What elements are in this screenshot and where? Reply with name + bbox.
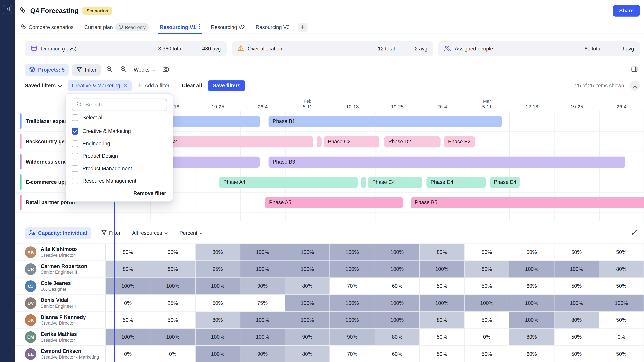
gantt-bar[interactable] xyxy=(361,177,366,188)
checkbox[interactable] xyxy=(72,153,78,160)
capacity-cell[interactable]: 80% xyxy=(196,312,240,329)
capacity-cell[interactable]: 0% xyxy=(106,295,150,311)
capacity-cell[interactable]: 50% xyxy=(150,244,196,260)
capacity-cell[interactable]: 50% xyxy=(464,244,509,260)
capacity-cell[interactable]: 80% xyxy=(420,312,464,329)
capacity-cell[interactable]: 100% xyxy=(285,261,330,278)
capacity-cell[interactable]: 50% xyxy=(106,312,150,329)
capacity-mode-button[interactable]: Capacity: Individual xyxy=(25,227,91,239)
capacity-cell[interactable]: 50% xyxy=(464,312,509,329)
capacity-cell[interactable]: 80% xyxy=(150,261,196,278)
capacity-cell[interactable]: 100% xyxy=(330,312,375,329)
capacity-cell[interactable]: 50% xyxy=(554,244,599,260)
capacity-cell[interactable]: 25% xyxy=(150,295,196,311)
capacity-cell[interactable]: 100% xyxy=(464,295,509,311)
capacity-filter-button[interactable]: Filter xyxy=(100,230,122,237)
clear-all-button[interactable]: Clear all xyxy=(182,83,202,89)
capacity-cell[interactable]: 100% xyxy=(330,261,375,278)
capacity-cell[interactable]: 50% xyxy=(599,244,644,260)
zoom-in-button[interactable] xyxy=(118,64,129,75)
capacity-cell[interactable]: 80% xyxy=(464,261,509,278)
share-button[interactable]: Share xyxy=(613,5,640,16)
capacity-cell[interactable]: 100% xyxy=(330,295,375,311)
capacity-cell[interactable]: 100% xyxy=(106,329,150,346)
capacity-cell[interactable]: 100% xyxy=(510,312,554,329)
capacity-cell[interactable]: 50% xyxy=(420,346,464,362)
capacity-cell[interactable]: 60% xyxy=(510,346,554,362)
capacity-cell[interactable]: 100% xyxy=(510,261,554,278)
side-panel-toggle-button[interactable] xyxy=(629,64,640,75)
capacity-cell[interactable]: 100% xyxy=(240,329,285,346)
filter-option[interactable]: Product Management xyxy=(72,162,167,175)
capacity-cell[interactable]: 100% xyxy=(375,295,420,311)
tab-compare-scenarios[interactable]: Compare scenarios xyxy=(15,21,79,34)
save-filters-button[interactable]: Save filters xyxy=(208,80,245,91)
filter-search[interactable] xyxy=(72,98,167,111)
capacity-cell[interactable]: 100% xyxy=(285,312,330,329)
capacity-cell[interactable]: 50% xyxy=(554,329,599,346)
checkbox[interactable] xyxy=(72,114,78,121)
capacity-cell[interactable]: 80% xyxy=(196,244,240,260)
capacity-cell[interactable]: 50% xyxy=(599,312,644,329)
capacity-cell[interactable]: 100% xyxy=(196,278,240,295)
capacity-cell[interactable]: 80% xyxy=(599,261,644,278)
unit-dropdown[interactable]: Percent xyxy=(178,230,205,236)
capacity-cell[interactable]: 100% xyxy=(375,261,420,278)
gantt-bar[interactable]: Phase B1 xyxy=(268,116,502,127)
capacity-cell[interactable]: 50% xyxy=(464,346,509,362)
time-scale-dropdown[interactable]: Weeks xyxy=(132,67,157,73)
capacity-cell[interactable]: 60% xyxy=(375,346,420,362)
checkbox[interactable] xyxy=(72,165,78,172)
gantt-bar[interactable]: Phase A4 xyxy=(219,177,358,188)
filter-option[interactable]: Resource Management xyxy=(72,175,167,187)
capacity-cell[interactable]: 75% xyxy=(240,295,285,311)
collapse-section-button[interactable] xyxy=(630,81,640,91)
capacity-cell[interactable]: 100% xyxy=(150,329,196,346)
gantt-bar[interactable]: Phase E2 xyxy=(444,136,475,147)
capacity-cell[interactable]: 90% xyxy=(240,278,285,295)
capacity-cell[interactable]: 50% xyxy=(196,295,240,311)
capacity-cell[interactable]: 50% xyxy=(554,278,599,295)
checkbox[interactable] xyxy=(72,178,78,184)
capacity-cell[interactable]: 50% xyxy=(420,329,464,346)
capacity-cell[interactable]: 100% xyxy=(599,295,644,311)
close-icon[interactable] xyxy=(124,83,128,89)
select-all-option[interactable]: Select all xyxy=(72,111,167,124)
capacity-cell[interactable]: 90% xyxy=(330,329,375,346)
capacity-cell[interactable]: 80% xyxy=(285,278,330,295)
kebab-menu-icon[interactable] xyxy=(198,24,200,31)
capacity-cell[interactable]: 0% xyxy=(106,346,150,362)
zoom-out-button[interactable] xyxy=(104,64,114,75)
add-scenario-button[interactable] xyxy=(298,23,308,32)
gantt-bar[interactable] xyxy=(316,136,321,147)
capacity-cell[interactable]: 100% xyxy=(330,244,375,260)
gantt-bar[interactable]: Phase D2 xyxy=(384,136,440,147)
capacity-cell[interactable]: 100% xyxy=(554,261,599,278)
gantt-bar[interactable]: Phase C2 xyxy=(324,136,379,147)
capacity-cell[interactable]: 80% xyxy=(510,329,554,346)
projects-filter-button[interactable]: Projects: 5 xyxy=(25,64,69,76)
capacity-cell[interactable]: 100% xyxy=(240,312,285,329)
filter-button[interactable]: Filter xyxy=(72,64,100,76)
capacity-cell[interactable]: 50% xyxy=(554,346,599,362)
collapse-sidebar-button[interactable] xyxy=(3,5,12,14)
capacity-cell[interactable]: 100% xyxy=(420,295,464,311)
gantt-bar[interactable]: Phase C4 xyxy=(368,177,422,188)
capacity-cell[interactable]: 100% xyxy=(375,312,420,329)
capacity-cell[interactable]: 0% xyxy=(150,346,196,362)
gantt-bar[interactable]: Phase D4 xyxy=(426,177,486,188)
capacity-cell[interactable]: 60% xyxy=(375,278,420,295)
capacity-cell[interactable]: 50% xyxy=(420,278,464,295)
filter-option[interactable]: Creative & Marketing xyxy=(72,125,167,137)
capacity-cell[interactable]: 70% xyxy=(330,346,375,362)
remove-filter-button[interactable]: Remove filter xyxy=(133,191,166,196)
gantt-bar[interactable]: Phase A5 xyxy=(265,197,403,208)
capacity-cell[interactable]: 100% xyxy=(375,244,420,260)
capacity-cell[interactable]: 100% xyxy=(150,278,196,295)
capacity-cell[interactable]: 50% xyxy=(464,278,509,295)
expand-section-button[interactable] xyxy=(629,228,640,239)
gantt-bar[interactable]: Phase B5 xyxy=(411,197,644,208)
capacity-cell[interactable]: 100% xyxy=(240,244,285,260)
capacity-cell[interactable]: 100% xyxy=(196,329,240,346)
add-filter-button[interactable]: Add a filter xyxy=(138,83,170,89)
